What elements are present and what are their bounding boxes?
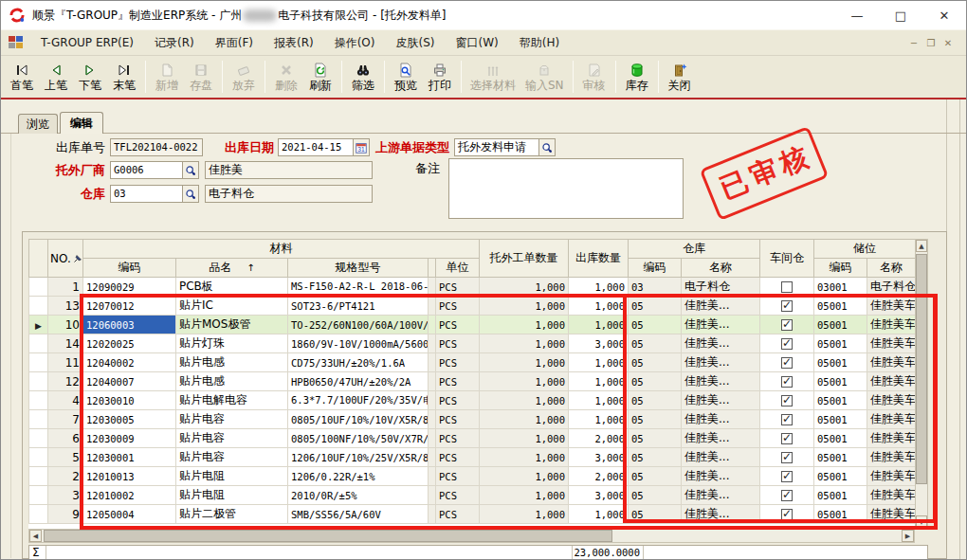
cell-wh_name[interactable]: 佳胜美... [682, 316, 760, 334]
cell-narrow[interactable] [429, 316, 436, 334]
cell-no[interactable]: 10 [48, 316, 83, 334]
cell-loc_code[interactable]: 05001 [814, 353, 867, 372]
cell-narrow[interactable] [429, 429, 436, 448]
header-no[interactable]: NO. [48, 240, 83, 278]
cell-wo_qty[interactable]: 1,000 [480, 316, 569, 334]
cell-ind[interactable] [29, 372, 48, 391]
cell-out_qty[interactable]: 1,000 [569, 372, 629, 391]
cell-wh_code[interactable]: 05 [629, 505, 682, 524]
table-row[interactable]: 1112040002贴片电感CD75/33UH/±20%/1.6APCS1,00… [29, 353, 916, 372]
cell-unit[interactable]: PCS [436, 429, 480, 448]
cell-loc_code[interactable]: 05001 [814, 297, 867, 316]
cell-wh_code[interactable]: 05 [629, 448, 682, 467]
vendor-lookup-button[interactable] [182, 161, 199, 179]
cell-unit[interactable]: PCS [436, 448, 480, 467]
cell-loc_code[interactable]: 05001 [814, 391, 867, 410]
cell-wo_qty[interactable]: 1,000 [480, 391, 569, 410]
cell-wh_name[interactable]: 佳胜美... [682, 505, 760, 524]
warehouse-lookup-button[interactable] [182, 185, 199, 203]
cell-workshop[interactable] [760, 410, 814, 429]
scroll-left-button[interactable]: ◀ [29, 530, 42, 542]
table-row[interactable]: ▶1012060003贴片MOS极管TO-252/60N100/60A/100V… [29, 316, 916, 334]
workshop-checkbox[interactable] [781, 452, 793, 463]
cell-ind[interactable] [29, 486, 48, 505]
scroll-right-button[interactable]: ▶ [902, 530, 914, 542]
cell-name[interactable]: 贴片电解电容 [176, 391, 288, 410]
cell-wh_code[interactable]: 05 [629, 372, 682, 391]
scrollbar-thumb[interactable] [916, 254, 927, 484]
cell-code[interactable]: 12040007 [83, 372, 176, 391]
table-row[interactable]: 312010002贴片电阻2010/0R/±5%PCS1,0003,00005佳… [29, 486, 916, 505]
cell-wo_qty[interactable]: 1,000 [480, 486, 569, 505]
cell-out_qty[interactable]: 3,000 [569, 334, 629, 353]
cell-no[interactable]: 13 [48, 297, 83, 316]
cell-loc_name[interactable]: 佳胜美车间仓 [867, 372, 915, 391]
cell-out_qty[interactable]: 1,000 [569, 410, 629, 429]
toolbar-first-button[interactable]: 首笔 [5, 58, 39, 96]
header-wh-name[interactable]: 名称 [682, 259, 760, 278]
toolbar-save-button[interactable]: 存盘 [184, 58, 218, 96]
cell-narrow[interactable] [429, 505, 436, 524]
cell-unit[interactable]: PCS [436, 372, 480, 391]
cell-wh_code[interactable]: 05 [629, 334, 682, 353]
cell-loc_name[interactable]: 佳胜美车间仓 [867, 316, 915, 334]
tab-edit[interactable]: 编辑 [60, 112, 103, 134]
cell-spec[interactable]: 0805/100NF/10%/50V/X7R/105℃ [288, 429, 429, 448]
header-wo-qty[interactable]: 托外工单数量 [480, 240, 569, 278]
cell-code[interactable]: 12030010 [83, 391, 176, 410]
cell-loc_name[interactable]: 佳胜美车间仓 [867, 410, 915, 429]
cell-wo_qty[interactable]: 1,000 [480, 334, 569, 353]
workshop-checkbox[interactable] [781, 509, 793, 520]
workshop-checkbox[interactable] [781, 319, 793, 331]
menu-report[interactable]: 报表(R) [264, 31, 324, 55]
cell-wh_name[interactable]: 佳胜美... [682, 467, 760, 486]
cell-wo_qty[interactable]: 1,000 [480, 372, 569, 391]
minimize-button[interactable]: — [835, 1, 879, 29]
header-out-qty[interactable]: 出库数量 [569, 240, 629, 278]
cell-code[interactable]: 12030005 [83, 410, 176, 429]
header-loc-code[interactable]: 编码 [814, 259, 867, 278]
toolbar-next-button[interactable]: 下笔 [73, 58, 107, 96]
cell-out_qty[interactable]: 1,000 [569, 316, 629, 334]
cell-no[interactable]: 14 [48, 334, 83, 353]
cell-wo_qty[interactable]: 1,000 [480, 505, 569, 524]
toolbar-preview-button[interactable]: 预览 [389, 58, 423, 96]
cell-spec[interactable]: 6.3*7.7/100UF/20%/35V/电解/105℃ [288, 391, 429, 410]
cell-narrow[interactable] [429, 410, 436, 429]
cell-unit[interactable]: PCS [436, 391, 480, 410]
cell-wh_name[interactable]: 佳胜美... [682, 297, 760, 316]
cell-workshop[interactable] [760, 505, 814, 524]
cell-no[interactable]: 2 [48, 467, 83, 486]
cell-name[interactable]: 贴片电容 [176, 448, 288, 467]
cell-wh_code[interactable]: 05 [629, 297, 682, 316]
cell-spec[interactable]: HPB0650/47UH/±20%/2A [288, 372, 429, 391]
cell-workshop[interactable] [760, 467, 814, 486]
cell-loc_name[interactable]: 佳胜美车间仓 [867, 448, 915, 467]
header-wh-code[interactable]: 编码 [629, 259, 682, 278]
cell-wo_qty[interactable]: 1,000 [480, 297, 569, 316]
cell-wh_name[interactable]: 佳胜美... [682, 486, 760, 505]
out-date-field[interactable]: 2021-04-15 [278, 138, 354, 156]
toolbar-close-button[interactable]: 关闭 [663, 58, 697, 96]
cell-wo_qty[interactable]: 1,000 [480, 410, 569, 429]
cell-narrow[interactable] [429, 334, 436, 353]
cell-no[interactable]: 1 [48, 278, 83, 297]
mdi-minimize-button[interactable]: − [905, 35, 922, 50]
toolbar-delete-button[interactable]: 删除 [269, 58, 303, 96]
cell-unit[interactable]: PCS [436, 505, 480, 524]
toolbar-select-material-button[interactable]: 选择材料 [465, 58, 520, 96]
cell-loc_name[interactable]: 佳胜美车间仓 [867, 297, 915, 316]
cell-out_qty[interactable]: 2,000 [569, 467, 629, 486]
vertical-scrollbar[interactable]: ▲ ▼ [915, 239, 928, 529]
cell-workshop[interactable] [760, 486, 814, 505]
warehouse-code-field[interactable]: 03 [110, 185, 183, 203]
workshop-checkbox[interactable] [781, 490, 793, 501]
tab-browse[interactable]: 浏览 [18, 114, 58, 134]
cell-wh_code[interactable]: 05 [629, 353, 682, 372]
cell-spec[interactable]: SOT23-6/PT4121 [288, 297, 429, 316]
toolbar-refresh-button[interactable]: 刷新 [303, 58, 338, 96]
cell-unit[interactable]: PCS [436, 334, 480, 353]
cell-wo_qty[interactable]: 1,000 [480, 429, 569, 448]
toolbar-inventory-button[interactable]: 库存 [620, 58, 654, 96]
date-picker-button[interactable]: 31 [353, 138, 370, 156]
